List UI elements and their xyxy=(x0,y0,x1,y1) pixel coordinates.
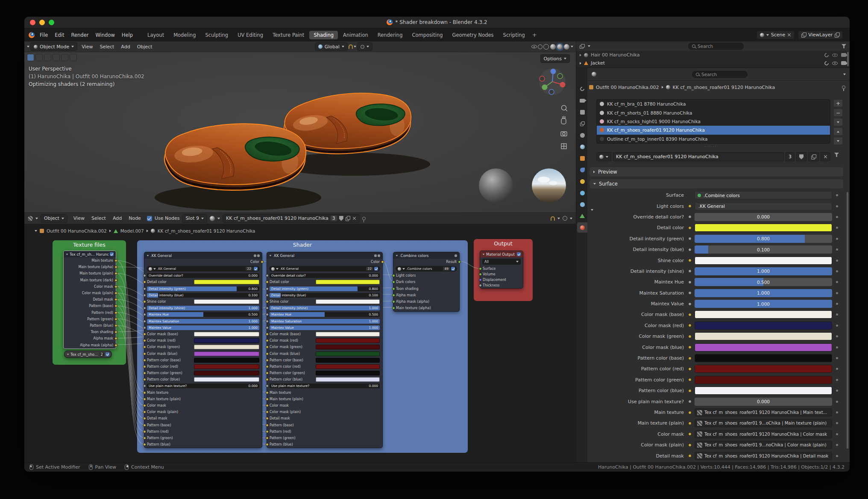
tab-tool[interactable] xyxy=(577,84,587,94)
node-socket-row[interactable]: Detail intensity (blue)0.100 Detail inte… xyxy=(267,292,382,298)
tab-object[interactable] xyxy=(577,153,587,163)
node-socket-row[interactable]: Main texture Main texture xyxy=(144,390,262,396)
surface-section-header[interactable]: Surface xyxy=(589,179,844,189)
input-socket[interactable] xyxy=(143,398,146,401)
move-tool-button[interactable] xyxy=(70,54,77,61)
node-output-row[interactable]: Pattern (base) xyxy=(64,303,116,309)
node-socket-row[interactable]: Detail color Detail color xyxy=(267,279,382,285)
input-socket[interactable] xyxy=(479,278,482,281)
decorator-dot[interactable] xyxy=(836,401,838,403)
output-socket[interactable] xyxy=(114,266,117,269)
shader-menu-item[interactable]: Add xyxy=(109,213,125,224)
property-field[interactable]: 0.500 xyxy=(695,278,832,286)
menu-item[interactable]: Help xyxy=(118,28,136,41)
color-swatch[interactable] xyxy=(316,299,380,304)
node-output-row[interactable]: Pattern (blue) xyxy=(64,322,116,329)
input-socket[interactable] xyxy=(143,437,146,440)
tab-render[interactable] xyxy=(577,95,587,106)
menu-item[interactable]: Render xyxy=(68,28,92,41)
input-socket[interactable] xyxy=(143,326,146,329)
snap-options-icon[interactable] xyxy=(354,46,356,47)
input-socket[interactable] xyxy=(266,430,269,433)
decorator-dot[interactable] xyxy=(836,238,838,240)
viewlayer-selector[interactable]: ViewLayer xyxy=(798,31,843,39)
snap-options-icon[interactable] xyxy=(557,218,560,219)
node-socket-row[interactable]: Detail intensity (shine)1.000 Detail int… xyxy=(267,305,382,311)
node-socket-row[interactable]: Maintex Saturation1.000 Maintex Saturati… xyxy=(267,318,382,325)
node-input-row[interactable]: Displacement xyxy=(480,277,523,283)
node-socket-row[interactable]: Color mask (red) Color mask (red) xyxy=(144,337,262,344)
node-output-row[interactable]: Detail mask xyxy=(64,296,116,303)
output-socket[interactable] xyxy=(458,260,461,263)
node-socket-row[interactable]: Detail intensity (green)0.800 Detail int… xyxy=(144,286,262,292)
node-slider[interactable]: Maintex Value1.000 xyxy=(147,325,259,330)
decorator-dot[interactable] xyxy=(836,390,838,392)
collapse-icon[interactable] xyxy=(483,254,485,255)
xray-toggle-icon[interactable] xyxy=(538,44,542,49)
node-output-row[interactable]: Alpha mask (alpha) xyxy=(64,342,116,348)
input-socket[interactable] xyxy=(392,307,395,310)
node-socket-row[interactable]: Detail color Detail color xyxy=(144,279,262,285)
node-socket-row[interactable]: Detail intensity (blue)0.100 Detail inte… xyxy=(144,292,262,298)
property-field[interactable]: 1.000 xyxy=(695,289,832,297)
property-field[interactable]: Tex cf_m_shoes_roafer01 9120 HarunoChika… xyxy=(695,430,832,438)
node-slider[interactable]: Detail intensity (blue)0.100 xyxy=(270,293,380,298)
users-count-badge[interactable]: 3 xyxy=(331,216,337,221)
input-socket[interactable] xyxy=(266,294,269,297)
blender-menu-icon[interactable] xyxy=(29,32,35,38)
viewport-menu-item[interactable]: Add xyxy=(117,41,133,52)
property-field[interactable] xyxy=(695,332,832,340)
color-swatch[interactable] xyxy=(194,351,259,356)
outliner-scrollbar[interactable] xyxy=(847,52,849,66)
zoom-window-button[interactable] xyxy=(49,20,54,25)
users-count-badge[interactable]: 49 xyxy=(443,267,450,271)
output-socket[interactable] xyxy=(261,260,264,263)
material-name-field[interactable]: KK cf_m_shoes_roafer01 9120 HarunoChika xyxy=(613,152,784,161)
node-socket-row[interactable]: Maintex Hue0.500 Maintex Hue xyxy=(144,311,262,318)
input-socket[interactable] xyxy=(143,313,146,316)
node-socket-row[interactable]: Color mask (plain) Color mask (plain) xyxy=(267,409,382,415)
tweak-tool-button[interactable] xyxy=(27,54,34,61)
node-socket-row[interactable]: Use plain main texture?0.000 Use plain m… xyxy=(144,383,262,389)
input-socket[interactable] xyxy=(266,443,269,446)
input-socket[interactable] xyxy=(266,372,269,375)
hide-toggle-icon[interactable] xyxy=(832,62,838,65)
node-socket-row[interactable]: Override detail color?0.000 Override det… xyxy=(144,272,262,279)
property-field[interactable]: Tex cf_m_shoes_roafer01 9...oChika | Mai… xyxy=(695,419,832,427)
material-output-node[interactable]: Material Output All Surface Volume Displ… xyxy=(480,251,523,289)
node-socket-row[interactable]: Shine color Shine color xyxy=(144,298,262,305)
decorator-dot[interactable] xyxy=(836,422,838,424)
node-socket-row[interactable]: Pattern color (blue) Pattern color (blue… xyxy=(267,376,382,383)
node-socket-row[interactable]: Detail intensity (shine)1.000 Detail int… xyxy=(144,305,262,311)
node-socket-row[interactable]: Detail mask Detail mask xyxy=(267,415,382,422)
input-socket[interactable] xyxy=(266,410,269,413)
input-socket[interactable] xyxy=(266,352,269,355)
property-field[interactable] xyxy=(695,257,832,265)
node-group-selector[interactable]: .KK General 22 xyxy=(269,266,380,272)
overlays-toggle-icon[interactable] xyxy=(563,216,567,221)
decorator-dot[interactable] xyxy=(836,270,838,272)
node-slider[interactable]: Maintex Saturation1.000 xyxy=(270,319,380,324)
input-socket[interactable] xyxy=(392,287,395,290)
expand-icon[interactable] xyxy=(580,62,581,65)
input-socket[interactable] xyxy=(266,307,269,310)
property-field[interactable]: .Combine colors xyxy=(695,191,832,199)
workspace-tab[interactable]: Sculpting xyxy=(201,31,232,39)
output-socket[interactable] xyxy=(114,292,117,295)
input-socket[interactable] xyxy=(143,333,146,336)
use-nodes-checkbox[interactable] xyxy=(147,216,152,221)
input-socket[interactable] xyxy=(143,404,146,407)
input-socket[interactable] xyxy=(266,437,269,440)
node-socket-row[interactable]: Pattern (blue) Pattern (blue) xyxy=(144,441,262,448)
input-socket[interactable] xyxy=(143,320,146,323)
color-swatch[interactable] xyxy=(194,299,259,304)
decorator-dot[interactable] xyxy=(836,368,838,370)
node-mute-checkbox[interactable] xyxy=(110,252,114,256)
texture-group-node[interactable]: Tex cf_m_sh... HarunoChika... Main textu… xyxy=(63,251,116,349)
workspace-tab[interactable]: Geometry Nodes xyxy=(448,31,498,39)
node-output-row[interactable]: Color mask xyxy=(64,283,116,290)
hide-toggle-icon[interactable] xyxy=(832,53,838,57)
input-socket[interactable] xyxy=(143,274,146,277)
options-button[interactable]: Options xyxy=(540,54,570,63)
node-input-row[interactable]: Main texture (alpha) xyxy=(393,305,459,311)
